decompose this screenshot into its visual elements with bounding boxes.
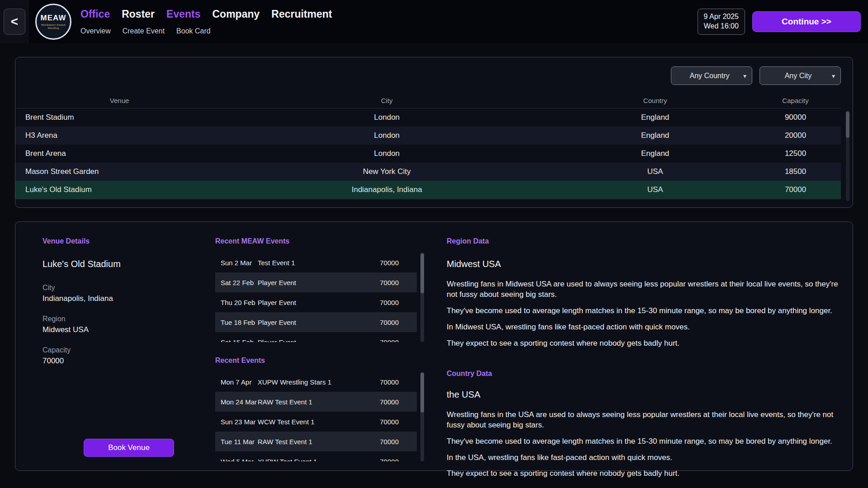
chevron-down-icon: ▾ [832,72,835,80]
subnav-create-event[interactable]: Create Event [123,27,165,35]
recent-events-title: Recent Events [215,357,424,365]
region-country-column: Region Data Midwest USA Wrestling fans i… [447,234,840,459]
subnav-book-card[interactable]: Book Card [176,27,211,35]
table-divider [15,199,841,199]
back-button-container: < [0,0,29,43]
country-cell: England [560,131,750,140]
nav-office[interactable]: Office [80,8,110,20]
event-date: Sun 2 Mar [221,259,258,267]
country-cell: England [560,113,750,122]
event-date: Mon 7 Apr [221,378,258,386]
venue-cell: Luke's Old Stadium [15,185,213,194]
main-navigation: Office Roster Events Company Recruitment… [80,0,332,43]
venue-row[interactable]: Brent Arena London England 12500 [15,145,841,163]
subnav-overview[interactable]: Overview [80,27,111,35]
country-filter-value: Any Country [679,72,741,80]
book-venue-button[interactable]: Book Venue [84,439,174,457]
country-paragraph: They've become used to average length ma… [447,436,838,447]
secondary-nav-row: Overview Create Event Book Card [80,27,332,35]
column-header-venue: Venue [15,97,213,104]
scrollbar-thumb[interactable] [846,112,849,138]
country-paragraph: Wrestling fans in the USA are used to al… [447,410,838,431]
city-label: City [42,284,215,292]
event-row[interactable]: Sun 2 Mar Test Event 1 70000 [215,253,417,272]
country-data-title: Country Data [447,370,838,378]
venue-list-panel: Any Country ▾ Any City ▾ Venue City Coun… [15,57,853,208]
filter-row: Any Country ▾ Any City ▾ [15,66,853,85]
country-cell: USA [560,185,750,194]
scrollbar-thumb[interactable] [420,253,424,293]
region-paragraph: In Midwest USA, wrestling fans like fast… [447,322,838,333]
capacity-cell: 12500 [750,149,841,158]
capacity-cell: 90000 [750,113,841,122]
chevron-down-icon: ▾ [743,72,746,80]
venue-row[interactable]: H3 Arena London England 20000 [15,127,841,145]
capacity-cell: 70000 [750,185,841,194]
event-row[interactable]: Tue 18 Feb Player Event 70000 [215,312,417,332]
recent-events-list: Mon 7 Apr XUPW Wrestling Stars 1 70000 M… [215,372,424,461]
event-name: Player Event [258,279,373,286]
city-filter-value: Any City [767,72,829,80]
logo-title: MEAW [41,14,66,23]
nav-events[interactable]: Events [166,8,200,20]
region-data-title: Region Data [447,237,838,245]
event-row[interactable]: Tue 11 Mar RAW Test Event 1 70000 [215,432,417,451]
event-row[interactable]: Sat 15 Feb Player Event 70000 [215,332,417,342]
city-cell: London [213,131,560,140]
event-attendance: 70000 [373,458,411,462]
country-filter-dropdown[interactable]: Any Country ▾ [671,66,752,85]
city-filter-dropdown[interactable]: Any City ▾ [760,66,841,85]
event-name: XUPW Test Event 1 [258,458,373,462]
event-date: Wed 5 Mar [221,458,258,462]
city-cell: London [213,113,560,122]
venue-cell: Brent Arena [15,149,213,158]
primary-nav-row: Office Roster Events Company Recruitment [80,8,332,20]
event-row[interactable]: Thu 20 Feb Player Event 70000 [215,292,417,312]
events-scrollbar[interactable] [420,253,424,342]
capacity-label: Capacity [42,346,215,354]
event-row[interactable]: Mon 7 Apr XUPW Wrestling Stars 1 70000 [215,372,417,392]
nav-recruitment[interactable]: Recruitment [271,8,332,20]
venue-table: Venue City Country Capacity Brent Stadiu… [15,93,853,199]
event-row[interactable]: Sat 22 Feb Player Event 70000 [215,272,417,292]
region-label: Region [42,315,215,323]
city-cell: Indianapolis, Indiana [213,185,560,194]
event-row[interactable]: Wed 5 Mar XUPW Test Event 1 70000 [215,451,417,461]
event-attendance: 70000 [373,398,411,406]
event-name: Player Event [258,319,373,326]
event-row[interactable]: Sun 23 Mar WCW Test Event 1 70000 [215,412,417,432]
recent-meaw-events-list: Sun 2 Mar Test Event 1 70000 Sat 22 Feb … [215,253,424,342]
event-row[interactable]: Mon 24 Mar RAW Test Event 1 70000 [215,392,417,412]
meaw-logo: MEAW Mid-Eastern Assault Wrestling [35,4,71,40]
venue-row-selected[interactable]: Luke's Old Stadium Indianapolis, Indiana… [15,181,841,199]
event-name: Test Event 1 [258,259,373,267]
capacity-cell: 20000 [750,131,841,140]
nav-roster[interactable]: Roster [122,8,155,20]
events-scrollbar[interactable] [420,372,424,461]
venue-table-scrollbar[interactable] [846,111,849,201]
city-value: Indianapolis, Indiana [42,294,215,303]
nav-company[interactable]: Company [212,8,259,20]
event-date: Tue 18 Feb [221,319,258,326]
event-date: Tue 11 Mar [221,438,258,446]
scrollbar-thumb[interactable] [420,373,424,413]
country-data-block: Country Data the USA Wrestling fans in t… [447,370,838,479]
event-name: Player Event [258,299,373,306]
event-attendance: 70000 [373,418,411,426]
venue-row[interactable]: Brent Stadium London England 90000 [15,108,841,127]
event-attendance: 70000 [373,319,411,326]
event-date: Sat 15 Feb [221,338,258,343]
country-paragraph: They expect to see a sporting contest wh… [447,469,838,479]
region-value: Midwest USA [42,325,215,334]
venue-details-column: Venue Details Luke's Old Stadium City In… [28,234,215,459]
logo-tagline: Mid-Eastern Assault Wrestling [40,23,66,30]
venue-cell: H3 Arena [15,131,213,140]
continue-button[interactable]: Continue >> [752,11,861,32]
capacity-cell: 18500 [750,167,841,176]
back-button[interactable]: < [4,9,25,35]
venue-row[interactable]: Mason Street Garden New York City USA 18… [15,163,841,181]
time-text: Wed 16:00 [704,22,739,31]
city-cell: New York City [213,167,560,176]
event-date: Sun 23 Mar [221,418,258,426]
event-name: RAW Test Event 1 [258,438,373,446]
